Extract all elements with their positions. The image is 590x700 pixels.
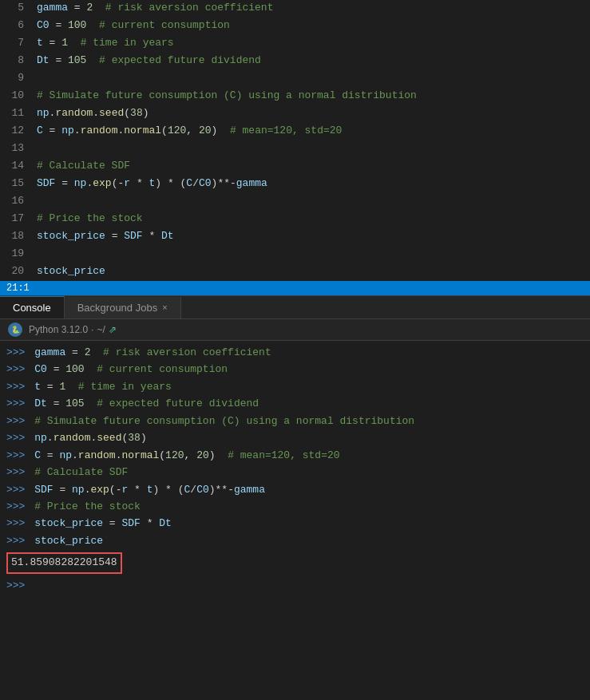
console-input-text: SDF = np.exp(-r * t) * (C/C0)**-gamma (34, 481, 265, 498)
line-content: # Price the stock (34, 211, 590, 227)
code-line: 12C = np.random.normal(120, 20) # mean=1… (0, 123, 590, 140)
tabs-list: ConsoleBackground Jobs× (0, 296, 181, 318)
console-input-text: # Simulate future consumption (C) using … (34, 413, 414, 429)
console-prompt: >>> (6, 378, 31, 395)
console-input-text: gamma = 2 # risk aversion coefficient (34, 344, 271, 361)
tab-close-icon[interactable]: × (162, 303, 167, 312)
line-content: stock_price (34, 263, 590, 280)
code-line: 16 (0, 193, 590, 211)
code-lines: 5gamma = 2 # risk aversion coefficient6C… (0, 0, 590, 281)
console-input-line: >>> stock_price (6, 532, 584, 549)
console-input-line: >>> gamma = 2 # risk aversion coefficien… (6, 344, 584, 361)
console-prompt: >>> (6, 532, 31, 549)
console-input-text: # Price the stock (34, 498, 141, 515)
code-line: 8Dt = 105 # expected future dividend (0, 53, 590, 70)
console-input-line: >>> stock_price = SDF * Dt (6, 515, 584, 532)
console-input-line: >>> np.random.seed(38) (6, 429, 584, 446)
python-version: Python 3.12.0 (29, 324, 88, 335)
cursor-position: 21:1 (6, 283, 30, 294)
code-line: 7t = 1 # time in years (0, 35, 590, 53)
console-separator: · (91, 324, 93, 335)
line-content: C0 = 100 # current consumption (34, 18, 590, 34)
line-content: SDF = np.exp(-r * t) * (C/C0)**-gamma (34, 176, 590, 192)
console-prompt: >>> (6, 481, 31, 498)
console-prompt: >>> (6, 413, 31, 429)
line-content: t = 1 # time in years (34, 35, 590, 52)
line-number: 11 (0, 105, 34, 122)
line-number: 15 (0, 176, 34, 192)
line-number: 17 (0, 211, 34, 227)
console-input-text: t = 1 # time in years (34, 378, 172, 395)
line-content (34, 246, 590, 263)
code-line: 6C0 = 100 # current consumption (0, 18, 590, 35)
line-number: 14 (0, 158, 34, 175)
console-input-text: Dt = 105 # expected future dividend (34, 395, 259, 412)
line-content: # Simulate future consumption (C) using … (34, 88, 590, 105)
tab-background-jobs[interactable]: Background Jobs× (65, 297, 181, 318)
console-prompt: >>> (6, 464, 31, 481)
line-number: 20 (0, 263, 34, 280)
line-content: stock_price = SDF * Dt (34, 228, 590, 245)
code-line: 5gamma = 2 # risk aversion coefficient (0, 0, 590, 18)
console-prompt: >>> (6, 447, 31, 464)
console-input-line: >>> # Calculate SDF (6, 464, 584, 481)
console-input-text: C0 = 100 # current consumption (34, 361, 228, 378)
line-number: 12 (0, 123, 34, 140)
tab-console[interactable]: Console (0, 296, 65, 318)
code-line: 13 (0, 140, 590, 158)
line-content (34, 70, 590, 87)
line-number: 19 (0, 246, 34, 263)
tab-label: Background Jobs (77, 302, 157, 314)
console-input-line: >>> # Simulate future consumption (C) us… (6, 413, 584, 429)
line-content: Dt = 105 # expected future dividend (34, 53, 590, 69)
console-prompt: >>> (6, 361, 31, 378)
console-prompt: >>> (6, 515, 31, 532)
console-input-text: # Calculate SDF (34, 464, 128, 481)
code-line: 19 (0, 246, 590, 263)
console-input-text: stock_price (34, 532, 103, 549)
line-number: 13 (0, 140, 34, 157)
console-output: >>> gamma = 2 # risk aversion coefficien… (0, 341, 590, 597)
console-prompt: >>> (6, 344, 31, 361)
console-info: Python 3.12.0 · ~/ ⇗ (29, 324, 117, 335)
line-number: 5 (0, 0, 34, 17)
console-result-line: 51.85908282201548 (6, 551, 584, 575)
editor-area: 5gamma = 2 # risk aversion coefficient6C… (0, 0, 590, 296)
console-result-value: 51.85908282201548 (6, 552, 122, 574)
tabs-container: ConsoleBackground Jobs× (0, 296, 590, 319)
console-input-text: stock_price = SDF * Dt (34, 515, 172, 532)
tab-label: Console (13, 302, 51, 314)
console-prompt-empty: >>> (6, 577, 25, 594)
console-link-icon[interactable]: ⇗ (109, 324, 117, 335)
status-bar: 21:1 (0, 281, 590, 295)
line-number: 8 (0, 53, 34, 69)
line-number: 16 (0, 193, 34, 210)
code-line: 11np.random.seed(38) (0, 105, 590, 123)
console-input-text: C = np.random.normal(120, 20) # mean=120… (34, 447, 339, 464)
python-icon: 🐍 (8, 322, 22, 337)
code-line: 14# Calculate SDF (0, 158, 590, 176)
line-content (34, 140, 590, 157)
line-number: 10 (0, 88, 34, 105)
console-input-line: >>> t = 1 # time in years (6, 378, 584, 395)
console-prompt: >>> (6, 395, 31, 412)
line-number: 18 (0, 228, 34, 245)
code-line: 9 (0, 70, 590, 88)
code-line: 15SDF = np.exp(-r * t) * (C/C0)**-gamma (0, 176, 590, 193)
console-input-line: >>> Dt = 105 # expected future dividend (6, 395, 584, 412)
console-prompt: >>> (6, 429, 31, 446)
console-input-line: >>> # Price the stock (6, 498, 584, 515)
code-line: 10# Simulate future consumption (C) usin… (0, 88, 590, 105)
console-prompt: >>> (6, 498, 31, 515)
line-content: # Calculate SDF (34, 158, 590, 175)
line-content: C = np.random.normal(120, 20) # mean=120… (34, 123, 590, 140)
console-input-text: np.random.seed(38) (34, 429, 147, 446)
line-number: 7 (0, 35, 34, 52)
code-line: 17# Price the stock (0, 211, 590, 228)
line-number: 9 (0, 70, 34, 87)
console-input-line: >>> C = np.random.normal(120, 20) # mean… (6, 447, 584, 464)
line-content: np.random.seed(38) (34, 105, 590, 122)
code-line: 20stock_price (0, 263, 590, 281)
line-content: gamma = 2 # risk aversion coefficient (34, 0, 590, 17)
console-input-line: >>> SDF = np.exp(-r * t) * (C/C0)**-gamm… (6, 481, 584, 498)
